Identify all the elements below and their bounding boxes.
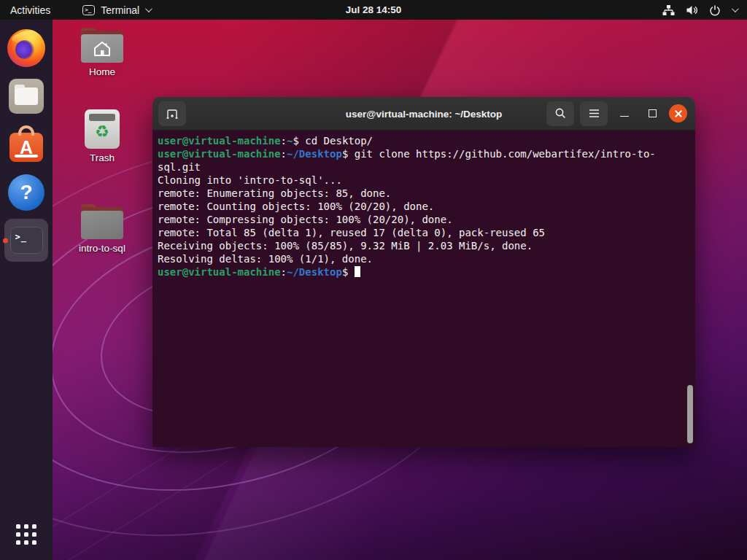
desktop-icon-trash[interactable]: ♻ Trash	[69, 109, 135, 163]
system-status-menu[interactable]	[652, 0, 747, 20]
maximize-button[interactable]	[641, 101, 663, 126]
files-icon	[9, 79, 44, 114]
volume-icon	[686, 4, 698, 16]
folder-icon	[81, 204, 123, 239]
dock-item-firefox[interactable]	[2, 26, 50, 69]
window-title: user@virtual-machine: ~/Desktop	[346, 108, 503, 119]
clock[interactable]: Jul 28 14:50	[346, 4, 402, 15]
minimize-button[interactable]	[614, 101, 635, 126]
house-icon	[93, 40, 112, 58]
active-app-highlight: >_	[4, 219, 48, 262]
new-tab-button[interactable]	[158, 101, 186, 126]
dock-item-ubuntu-software[interactable]: A	[2, 122, 50, 166]
chevron-down-icon	[732, 5, 739, 12]
terminal-icon: >_	[82, 5, 95, 15]
home-folder-icon	[81, 28, 123, 63]
show-applications-button[interactable]	[2, 518, 50, 551]
app-menu-label: Terminal	[101, 4, 139, 16]
desktop-icon-intro-to-sql[interactable]: intro-to-sql	[69, 204, 135, 254]
window-titlebar[interactable]: user@virtual-machine: ~/Desktop	[152, 97, 695, 131]
titlebar-controls	[546, 101, 695, 126]
app-grid-icon	[16, 524, 36, 545]
top-bar: Activities >_ Terminal Jul 28 14:50	[0, 0, 747, 20]
desktop-icon-label: Trash	[69, 152, 135, 163]
scrollbar-thumb[interactable]	[687, 385, 693, 443]
desktop-icon-home[interactable]: Home	[69, 28, 135, 77]
trash-icon: ♻	[85, 109, 120, 149]
help-icon: ?	[8, 174, 44, 211]
screen: Activities >_ Terminal Jul 28 14:50	[0, 0, 747, 560]
terminal-icon: >_	[10, 227, 43, 254]
dock-item-files[interactable]	[2, 74, 50, 117]
menu-button[interactable]	[580, 101, 608, 126]
maximize-icon	[649, 109, 657, 117]
desktop-icon-label: intro-to-sql	[69, 243, 135, 254]
dock: A ? >_	[0, 20, 53, 560]
ubuntu-software-icon: A	[9, 133, 43, 162]
recycle-icon: ♻	[85, 124, 120, 140]
terminal-output[interactable]: user@virtual-machine:~$ cd Desktop/user@…	[152, 131, 695, 447]
firefox-icon	[7, 29, 45, 67]
power-icon	[709, 4, 721, 16]
chevron-down-icon	[145, 5, 152, 12]
new-tab-icon	[166, 108, 179, 120]
menu-icon	[589, 109, 600, 118]
app-menu-terminal[interactable]: >_ Terminal	[77, 0, 156, 20]
desktop-icon-label: Home	[69, 66, 135, 77]
terminal-window: user@virtual-machine: ~/Desktop	[152, 97, 695, 447]
activities-button[interactable]: Activities	[0, 0, 61, 20]
dock-item-terminal[interactable]: >_	[2, 219, 50, 262]
running-indicator-dot	[3, 238, 8, 243]
network-icon	[662, 4, 675, 16]
search-button[interactable]	[546, 101, 574, 126]
search-icon	[554, 107, 567, 120]
minimize-icon	[620, 116, 629, 117]
close-button[interactable]	[669, 104, 687, 122]
dock-item-help[interactable]: ?	[2, 171, 50, 214]
